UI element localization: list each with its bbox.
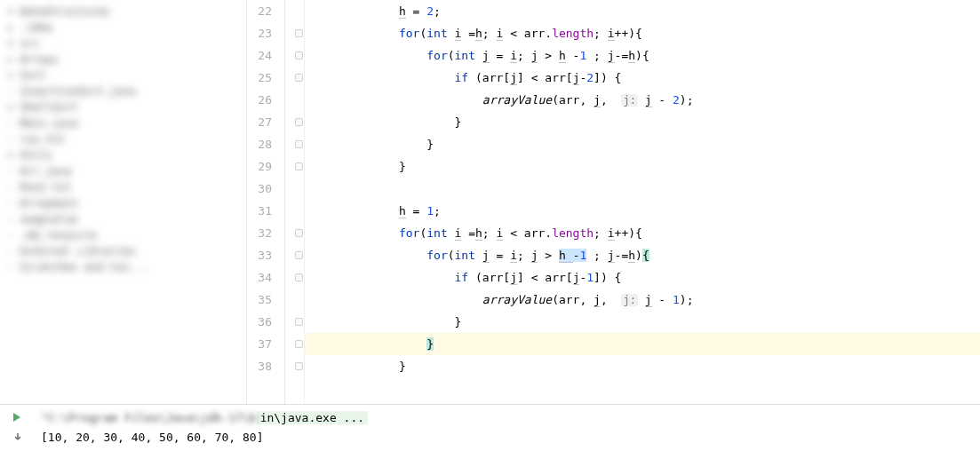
code-line[interactable]: h = 1; <box>305 200 980 222</box>
editor-gutter: 2223242526272829303132333435363738 <box>247 0 305 404</box>
fold-marker-icon[interactable] <box>295 318 303 326</box>
console-output[interactable]: "C:\Program Files\Java\jdk-17\bin\java.e… <box>36 405 980 475</box>
project-sidebar[interactable]: ▾ DataStructures ▸ .idea ▾ src ▸ Arrays … <box>0 0 247 404</box>
code-line[interactable]: } <box>305 333 980 355</box>
line-number[interactable]: 26 <box>247 89 272 111</box>
line-number[interactable]: 30 <box>247 178 272 200</box>
tree-item[interactable]: ▸ .idea <box>7 20 239 36</box>
line-number[interactable]: 37 <box>247 333 272 355</box>
run-toolbar <box>0 405 36 475</box>
line-number[interactable]: 29 <box>247 155 272 178</box>
tree-item[interactable]: · InsertionSort.java <box>7 83 239 99</box>
code-line[interactable]: for(int j = i; j > h -1 ; j-=h){ <box>305 244 980 266</box>
tree-item[interactable]: · .md_resource <box>7 227 239 243</box>
line-number[interactable]: 32 <box>247 222 272 244</box>
tree-item[interactable]: · External Libraries <box>7 243 239 259</box>
tree-item[interactable]: ▾ ShellSort <box>7 99 239 115</box>
run-console-panel: "C:\Program Files\Java\jdk-17\bin\java.e… <box>0 404 980 475</box>
tree-item[interactable]: · Main.java <box>7 115 239 131</box>
tree-item[interactable]: ▾ Utils <box>7 147 239 163</box>
line-number[interactable]: 34 <box>247 266 272 289</box>
tree-item[interactable]: ▸ Arrays <box>7 51 239 67</box>
code-line[interactable]: if (arr[j] < arr[j-1]) { <box>305 266 980 289</box>
fold-marker-icon[interactable] <box>295 229 303 237</box>
tree-item[interactable]: ▾ src <box>7 36 239 51</box>
command-path-blurred: "C:\Program Files\Java\jdk-17\b <box>41 411 257 424</box>
command-suffix: in\java.exe ... <box>257 411 368 424</box>
fold-marker-icon[interactable] <box>295 251 303 259</box>
tree-item[interactable]: · swapvalue <box>7 211 239 227</box>
code-line[interactable]: arrayValue(arr, j, j: j - 2); <box>305 89 980 111</box>
console-command-line: "C:\Program Files\Java\jdk-17\bin\java.e… <box>41 408 975 428</box>
line-number[interactable]: 25 <box>247 67 272 89</box>
tree-item[interactable]: · Arraymain <box>7 195 239 211</box>
code-line[interactable]: for(int j = i; j > h -1 ; j-=h){ <box>305 44 980 67</box>
tree-item[interactable]: · Scratches and Con... <box>7 259 239 275</box>
fold-column[interactable] <box>279 0 304 404</box>
code-line[interactable]: } <box>305 111 980 133</box>
project-tree[interactable]: ▾ DataStructures ▸ .idea ▾ src ▸ Arrays … <box>0 0 246 279</box>
code-line[interactable]: } <box>305 311 980 333</box>
tree-item[interactable]: · run.txt <box>7 131 239 147</box>
line-number[interactable]: 36 <box>247 311 272 333</box>
line-number[interactable]: 27 <box>247 111 272 133</box>
line-number[interactable]: 23 <box>247 22 272 44</box>
line-numbers: 2223242526272829303132333435363738 <box>247 0 279 404</box>
fold-marker-icon[interactable] <box>295 340 303 348</box>
console-output-line: [10, 20, 30, 40, 50, 60, 70, 80] <box>41 428 975 447</box>
code-line[interactable] <box>305 178 980 200</box>
code-line[interactable]: } <box>305 355 980 377</box>
code-line[interactable]: if (arr[j] < arr[j-2]) { <box>305 67 980 89</box>
fold-marker-icon[interactable] <box>295 51 303 59</box>
tree-item[interactable]: ▾ DataStructures <box>7 4 239 20</box>
fold-marker-icon[interactable] <box>295 162 303 170</box>
line-number[interactable]: 38 <box>247 355 272 377</box>
fold-marker-icon[interactable] <box>295 273 303 281</box>
code-area[interactable]: h = 2; for(int i =h; i < arr.length; i++… <box>305 0 980 404</box>
fold-marker-icon[interactable] <box>295 118 303 126</box>
line-number[interactable]: 22 <box>247 0 272 22</box>
rerun-icon[interactable] <box>11 410 25 424</box>
code-line[interactable]: h = 2; <box>305 0 980 22</box>
main-area: ▾ DataStructures ▸ .idea ▾ src ▸ Arrays … <box>0 0 980 404</box>
tree-item[interactable]: · Arr.java <box>7 163 239 179</box>
code-line[interactable]: } <box>305 133 980 155</box>
line-number[interactable]: 33 <box>247 244 272 266</box>
fold-marker-icon[interactable] <box>295 29 303 37</box>
line-number[interactable]: 35 <box>247 289 272 311</box>
code-line[interactable]: arrayValue(arr, j, j: j - 1); <box>305 289 980 311</box>
tree-item[interactable]: · Run2.txt <box>7 179 239 195</box>
tree-item[interactable]: ▾ Sort <box>7 67 239 83</box>
line-number[interactable]: 24 <box>247 44 272 67</box>
code-line[interactable]: for(int i =h; i < arr.length; i++){ <box>305 222 980 244</box>
scroll-down-icon[interactable] <box>11 430 25 444</box>
fold-marker-icon[interactable] <box>295 362 303 370</box>
line-number[interactable]: 31 <box>247 200 272 222</box>
fold-marker-icon[interactable] <box>295 74 303 82</box>
fold-marker-icon[interactable] <box>295 140 303 148</box>
line-number[interactable]: 28 <box>247 133 272 155</box>
code-line[interactable]: for(int i =h; i < arr.length; i++){ <box>305 22 980 44</box>
code-editor[interactable]: 2223242526272829303132333435363738 h = 2… <box>247 0 980 404</box>
code-line[interactable]: } <box>305 155 980 178</box>
